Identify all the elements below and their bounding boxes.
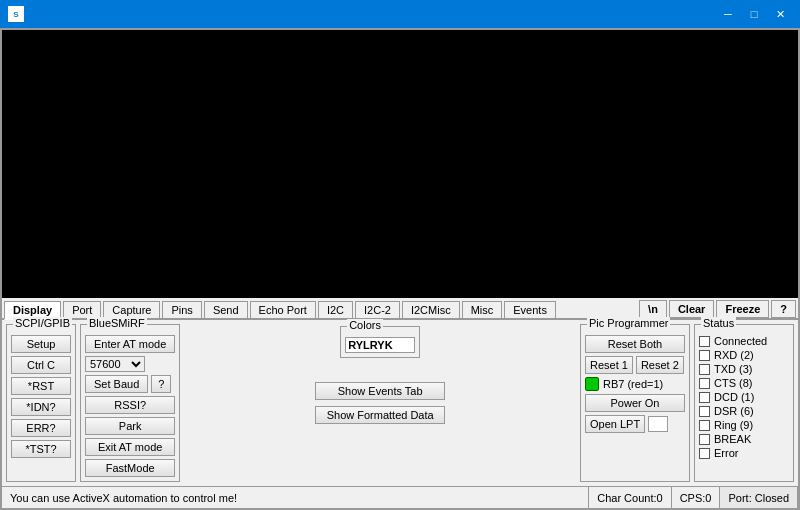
tab-i2cmisc[interactable]: I2CMisc: [402, 301, 460, 318]
status-checkbox[interactable]: [699, 350, 710, 361]
char-count-value: 0: [657, 492, 663, 504]
fastmode-button[interactable]: FastMode: [85, 459, 175, 477]
status-item: CTS (8): [699, 377, 789, 389]
status-checkbox[interactable]: [699, 406, 710, 417]
display-area: [2, 30, 798, 298]
tab-echo-port[interactable]: Echo Port: [250, 301, 316, 318]
tab-i2c[interactable]: I2C: [318, 301, 353, 318]
status-item-label: Connected: [714, 335, 767, 347]
close-button[interactable]: ✕: [768, 4, 792, 24]
clear-button[interactable]: Clear: [669, 300, 715, 318]
status-item: DCD (1): [699, 391, 789, 403]
reset-both-button[interactable]: Reset Both: [585, 335, 685, 353]
enter-at-button[interactable]: Enter AT mode: [85, 335, 175, 353]
status-title: Status: [701, 317, 736, 329]
rb7-label: RB7 (red=1): [603, 378, 663, 390]
bluesmirf-group: BlueSMiRF Enter AT mode 57600 9600 19200…: [80, 324, 180, 482]
rssi-button[interactable]: RSSI?: [85, 396, 175, 414]
status-item: BREAK: [699, 433, 789, 445]
status-group: Status ConnectedRXD (2)TXD (3)CTS (8)DCD…: [694, 324, 794, 482]
status-main-text: You can use ActiveX automation to contro…: [2, 487, 589, 508]
status-checkbox[interactable]: [699, 336, 710, 347]
freeze-button[interactable]: Freeze: [716, 300, 769, 318]
status-checkbox[interactable]: [699, 434, 710, 445]
app-icon: S: [8, 6, 24, 22]
cps-segment: CPS: 0: [672, 487, 721, 508]
status-bar: You can use ActiveX automation to contro…: [2, 486, 798, 508]
cps-label: CPS:: [680, 492, 706, 504]
status-item-label: BREAK: [714, 433, 751, 445]
tab-pins[interactable]: Pins: [162, 301, 201, 318]
scpi-setup-button[interactable]: Setup: [11, 335, 71, 353]
baud-select[interactable]: 57600 9600 19200 38400 115200: [85, 356, 145, 372]
rb7-led: [585, 377, 599, 391]
tab-i2c-2[interactable]: I2C-2: [355, 301, 400, 318]
tab-capture[interactable]: Capture: [103, 301, 160, 318]
status-item: TXD (3): [699, 363, 789, 375]
status-checkbox[interactable]: [699, 392, 710, 403]
pic-title: Pic Programmer: [587, 317, 670, 329]
exit-at-button[interactable]: Exit AT mode: [85, 438, 175, 456]
maximize-button[interactable]: □: [742, 4, 766, 24]
char-count-label: Char Count:: [597, 492, 656, 504]
status-item-label: Ring (9): [714, 419, 753, 431]
tab-misc[interactable]: Misc: [462, 301, 503, 318]
park-button[interactable]: Park: [85, 417, 175, 435]
status-item-label: DSR (6): [714, 405, 754, 417]
scpi-group: SCPI/GPIB Setup Ctrl C *RST *IDN? ERR? *…: [6, 324, 76, 482]
status-item-label: CTS (8): [714, 377, 753, 389]
status-item-label: DCD (1): [714, 391, 754, 403]
lpt-spinner[interactable]: [648, 416, 668, 432]
idn-button[interactable]: *IDN?: [11, 398, 71, 416]
newline-button[interactable]: \n: [639, 300, 667, 318]
status-item-label: TXD (3): [714, 363, 753, 375]
status-item: Connected: [699, 335, 789, 347]
char-count-segment: Char Count: 0: [589, 487, 671, 508]
scpi-title: SCPI/GPIB: [13, 317, 72, 329]
status-checkbox[interactable]: [699, 378, 710, 389]
status-checkbox[interactable]: [699, 364, 710, 375]
colors-group: Colors: [340, 326, 420, 358]
colors-title: Colors: [347, 319, 383, 331]
colors-input[interactable]: [345, 337, 415, 353]
minimize-button[interactable]: ─: [716, 4, 740, 24]
baud-help-button[interactable]: ?: [151, 375, 171, 393]
status-item-label: Error: [714, 447, 738, 459]
tab-send[interactable]: Send: [204, 301, 248, 318]
show-formatted-button[interactable]: Show Formatted Data: [315, 406, 445, 424]
status-checkbox[interactable]: [699, 448, 710, 459]
open-lpt-button[interactable]: Open LPT: [585, 415, 645, 433]
main-window: Display Port Capture Pins Send Echo Port…: [0, 28, 800, 510]
tab-events[interactable]: Events: [504, 301, 556, 318]
status-item: Error: [699, 447, 789, 459]
reset1-button[interactable]: Reset 1: [585, 356, 633, 374]
content-area: SCPI/GPIB Setup Ctrl C *RST *IDN? ERR? *…: [2, 320, 798, 486]
err-button[interactable]: ERR?: [11, 419, 71, 437]
bluesmirf-title: BlueSMiRF: [87, 317, 147, 329]
rst-button[interactable]: *RST: [11, 377, 71, 395]
tab-port[interactable]: Port: [63, 301, 101, 318]
status-item-label: RXD (2): [714, 349, 754, 361]
status-item: RXD (2): [699, 349, 789, 361]
cps-value: 0: [705, 492, 711, 504]
status-item: Ring (9): [699, 419, 789, 431]
power-on-button[interactable]: Power On: [585, 394, 685, 412]
set-baud-button[interactable]: Set Baud: [85, 375, 148, 393]
status-checkbox[interactable]: [699, 420, 710, 431]
title-bar: S ─ □ ✕: [0, 0, 800, 28]
status-item: DSR (6): [699, 405, 789, 417]
pic-programmer-group: Pic Programmer Reset Both Reset 1 Reset …: [580, 324, 690, 482]
tst-button[interactable]: *TST?: [11, 440, 71, 458]
ctrl-c-button[interactable]: Ctrl C: [11, 356, 71, 374]
show-events-button[interactable]: Show Events Tab: [315, 382, 445, 400]
port-status: Port: Closed: [720, 487, 798, 508]
reset2-button[interactable]: Reset 2: [636, 356, 684, 374]
help-button[interactable]: ?: [771, 300, 796, 318]
